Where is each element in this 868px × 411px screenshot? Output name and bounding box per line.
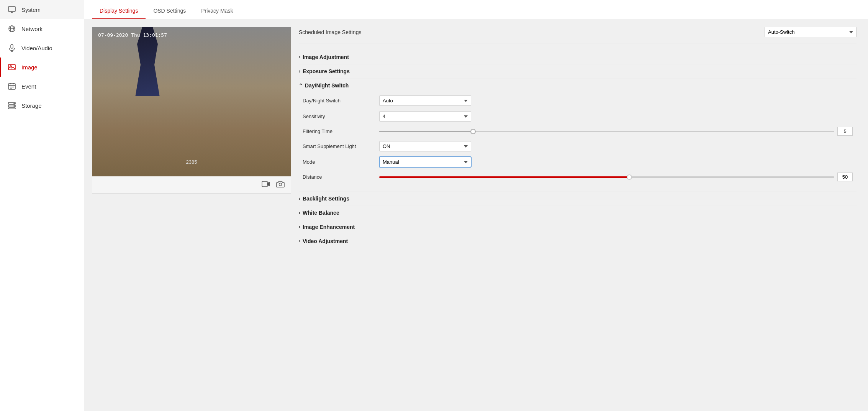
video-preview: 07-09-2020 Thu 13:01:57 2385 (92, 27, 291, 176)
sidebar-item-storage[interactable]: Storage (0, 96, 84, 115)
sensitivity-label: Sensitivity (303, 113, 379, 119)
main-content: Display Settings OSD Settings Privacy Ma… (84, 0, 868, 411)
distance-fill (379, 176, 629, 178)
sidebar-label-event: Event (21, 83, 36, 90)
section-exposure-settings[interactable]: › Exposure Settings (299, 64, 857, 78)
record-button[interactable] (262, 181, 270, 189)
sidebar-label-network: Network (21, 26, 43, 32)
filtering-time-value[interactable]: 5 (837, 127, 853, 136)
section-day-night[interactable]: ⌃ Day/Night Switch (299, 78, 857, 92)
filtering-time-row: Filtering Time 5 (299, 127, 857, 136)
video-timestamp: 07-09-2020 Thu 13:01:57 (98, 32, 167, 38)
chevron-white-balance: › (299, 210, 300, 215)
calendar-icon (8, 82, 16, 90)
mode-row: Mode Manual Auto (299, 157, 857, 167)
sidebar-label-storage: Storage (21, 102, 42, 109)
section-label-image-enhancement: Image Enhancement (303, 224, 355, 230)
smart-light-select[interactable]: ON OFF (379, 141, 471, 151)
tab-osd-settings[interactable]: OSD Settings (146, 3, 193, 19)
distance-track[interactable] (379, 176, 834, 178)
sidebar-item-network[interactable]: Network (0, 19, 84, 38)
mode-control: Manual Auto (379, 157, 853, 167)
smart-light-control: ON OFF (379, 141, 853, 151)
smart-light-row: Smart Supplement Light ON OFF (299, 141, 857, 151)
chevron-video-adjustment: › (299, 238, 300, 244)
mode-label: Mode (303, 159, 379, 165)
tabs-bar: Display Settings OSD Settings Privacy Ma… (84, 0, 868, 19)
sensitivity-row: Sensitivity 123 4 567 (299, 111, 857, 122)
sidebar-item-image[interactable]: Image (0, 58, 84, 77)
filtering-time-control: 5 (379, 127, 853, 136)
filtering-thumb[interactable] (470, 129, 476, 134)
section-image-enhancement[interactable]: › Image Enhancement (299, 220, 857, 234)
sidebar: System Network Video/Audio (0, 0, 84, 411)
svg-rect-0 (8, 7, 15, 12)
svg-rect-9 (8, 64, 15, 70)
section-label-day-night: Day/Night Switch (305, 82, 349, 89)
chevron-day-night: ⌃ (299, 83, 303, 88)
section-label-image-adjustment: Image Adjustment (303, 54, 349, 60)
distance-control: 50 (379, 173, 853, 181)
chevron-image-adjustment: › (299, 54, 300, 60)
scheduled-image-select[interactable]: Auto-Switch Scheduled None (765, 27, 857, 37)
video-id: 2385 (186, 159, 197, 165)
video-panel: 07-09-2020 Thu 13:01:57 2385 (92, 27, 291, 403)
chevron-image-enhancement: › (299, 224, 300, 230)
scheduled-image-row: Scheduled Image Settings Auto-Switch Sch… (299, 27, 857, 44)
image-icon (8, 63, 16, 71)
smart-light-label: Smart Supplement Light (303, 143, 379, 149)
storage-icon (8, 101, 16, 110)
day-night-content: Day/Night Switch Auto Day Night Schedule… (299, 92, 857, 191)
distance-thumb[interactable] (627, 174, 632, 180)
day-night-switch-select[interactable]: Auto Day Night Scheduled (379, 95, 471, 106)
sidebar-item-system[interactable]: System (0, 0, 84, 19)
mic-icon (8, 44, 16, 52)
sensitivity-select[interactable]: 123 4 567 (379, 111, 471, 122)
sidebar-label-system: System (21, 7, 41, 13)
content-area: 07-09-2020 Thu 13:01:57 2385 (84, 19, 868, 411)
video-controls-bar (92, 176, 291, 194)
globe-icon (8, 25, 16, 33)
filtering-time-track[interactable] (379, 131, 834, 132)
day-night-switch-row: Day/Night Switch Auto Day Night Schedule… (299, 95, 857, 106)
svg-rect-22 (262, 181, 267, 187)
sidebar-item-event[interactable]: Event (0, 77, 84, 96)
sidebar-item-video-audio[interactable]: Video/Audio (0, 38, 84, 58)
svg-rect-19 (8, 108, 15, 109)
section-label-white-balance: White Balance (303, 210, 339, 216)
section-video-adjustment[interactable]: › Video Adjustment (299, 234, 857, 248)
chevron-exposure-settings: › (299, 69, 300, 74)
sensitivity-control: 123 4 567 (379, 111, 853, 122)
snapshot-button[interactable] (276, 181, 285, 189)
sidebar-label-image: Image (21, 64, 38, 71)
section-white-balance[interactable]: › White Balance (299, 206, 857, 220)
scheduled-image-label: Scheduled Image Settings (299, 29, 361, 35)
filtering-fill (379, 131, 470, 132)
svg-marker-23 (267, 182, 270, 186)
section-label-exposure-settings: Exposure Settings (303, 68, 350, 74)
section-label-video-adjustment: Video Adjustment (303, 238, 348, 244)
svg-rect-6 (11, 44, 13, 48)
sidebar-label-video-audio: Video/Audio (21, 45, 52, 51)
day-night-switch-control: Auto Day Night Scheduled (379, 95, 853, 106)
section-backlight[interactable]: › Backlight Settings (299, 191, 857, 206)
distance-row: Distance 50 (299, 173, 857, 181)
mode-select[interactable]: Manual Auto (379, 157, 471, 167)
distance-value[interactable]: 50 (837, 173, 853, 181)
svg-point-24 (279, 183, 282, 186)
video-background (92, 27, 291, 176)
svg-point-21 (14, 106, 15, 107)
section-label-backlight: Backlight Settings (303, 196, 349, 202)
monitor-icon (8, 5, 16, 14)
distance-label: Distance (303, 174, 379, 180)
tab-privacy-mask[interactable]: Privacy Mask (193, 3, 241, 19)
chevron-backlight: › (299, 196, 300, 201)
filtering-time-label: Filtering Time (303, 128, 379, 134)
svg-point-20 (14, 103, 15, 104)
section-image-adjustment[interactable]: › Image Adjustment (299, 50, 857, 64)
settings-panel: Scheduled Image Settings Auto-Switch Sch… (299, 27, 860, 403)
tab-display-settings[interactable]: Display Settings (92, 3, 146, 19)
day-night-switch-label: Day/Night Switch (303, 98, 379, 104)
